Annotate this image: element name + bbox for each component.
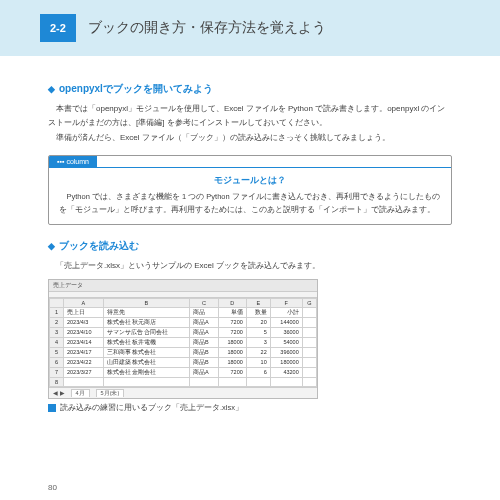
figure-caption: 読み込みの練習に用いるブック「売上データ.xlsx」 [48, 403, 452, 413]
col-header: B [103, 298, 189, 307]
column-header-row: A B C D E F G [50, 298, 317, 307]
column-title: モジュールとは？ [49, 168, 451, 191]
section-header: 2-2 ブックの開き方・保存方法を覚えよう [0, 0, 500, 56]
column-tab-label: ▪▪▪ column [49, 156, 97, 167]
table-row: 72023/3/27株式会社 金剛会社商品A7200643200 [50, 367, 317, 377]
table-row: 62023/4/22山田建築 株式会社商品B1800010180000 [50, 357, 317, 367]
paragraph: 本書では「openpyxl」モジュールを使用して、Excel ファイルを Pyt… [48, 102, 452, 129]
col-header: G [302, 298, 316, 307]
corner-cell [50, 298, 64, 307]
sheet-tab: 4月 [71, 389, 90, 397]
paragraph: 「売上データ.xlsx」というサンプルの Excel ブックを読み込んでみます。 [48, 259, 452, 273]
page-number: 80 [48, 483, 57, 492]
sheet-tab: 5月(未) [96, 389, 125, 397]
col-header: F [270, 298, 302, 307]
col-header: E [246, 298, 270, 307]
subheading-openpyxl: openpyxlでブックを開いてみよう [48, 82, 452, 96]
sheet-nav-arrows: ◀ ▶ [53, 390, 65, 396]
section-title: ブックの開き方・保存方法を覚えよう [88, 18, 326, 38]
table-row: 8 [50, 377, 317, 386]
subheading-read-book: ブックを読み込む [48, 239, 452, 253]
table-row: 22023/4/3株式会社 秋元商店商品A720020144000 [50, 317, 317, 327]
col-header: D [218, 298, 246, 307]
column-body: Python では、さまざまな機能を 1 つの Python ファイルに書き込ん… [49, 191, 451, 225]
column-box: ▪▪▪ column モジュールとは？ Python では、さまざまな機能を 1… [48, 155, 452, 226]
table-row: 32023/4/10サマンサ広告 合同会社商品A7200536000 [50, 327, 317, 337]
table-row: 1 売上日得意先商品単価数量小計 [50, 307, 317, 317]
col-header: C [190, 298, 219, 307]
table-row: 52023/4/17三和商事 株式会社商品B1800022396000 [50, 347, 317, 357]
spreadsheet-screenshot: 売上データ A B C D E F G 1 売上日得意先商品単価数量小計 220… [48, 279, 318, 399]
spreadsheet-titlebar: 売上データ [49, 280, 317, 292]
sheet-tab-bar: ◀ ▶ 4月 5月(未) [49, 387, 317, 398]
col-header: A [64, 298, 104, 307]
paragraph: 準備が済んだら、Excel ファイル（「ブック」）の読み込みにさっそく挑戦してみ… [48, 131, 452, 145]
spreadsheet-grid: A B C D E F G 1 売上日得意先商品単価数量小計 22023/4/3… [49, 298, 317, 387]
caption-icon [48, 404, 56, 412]
section-number-badge: 2-2 [40, 14, 76, 42]
table-row: 42023/4/14株式会社 板井電機商品B18000354000 [50, 337, 317, 347]
